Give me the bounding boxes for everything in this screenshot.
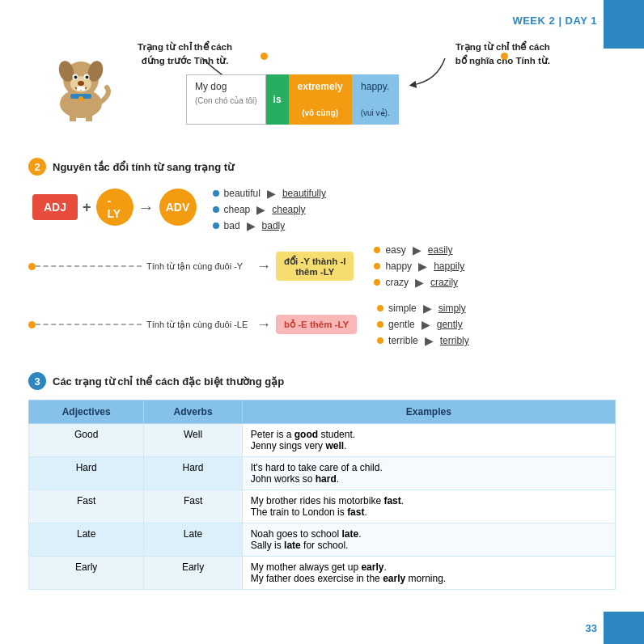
orange-dot-right: [501, 53, 508, 60]
dashed-line-le: [36, 324, 142, 325]
example-sentence: My dog (Con chó của tôi) is extremely (v…: [186, 74, 399, 125]
box-adv: ADV: [159, 189, 197, 226]
adj-early: Early: [29, 557, 144, 590]
dot-gentle: [377, 321, 383, 328]
svg-rect-11: [81, 87, 85, 91]
adj-fast: Fast: [29, 490, 144, 523]
word-extremely: extremely (vô cùng): [289, 74, 352, 125]
word-simple: simple ▶ simply: [377, 302, 469, 315]
plus-sign: +: [83, 199, 91, 216]
rule-y-label: Tính từ tận cùng đuôi -Y: [146, 261, 252, 272]
word-beautiful: beautiful ▶ beautifully: [213, 187, 326, 200]
dot-terrible: [377, 337, 383, 344]
section2-area: 2 Nguyên tắc đổi tính từ sang trạng từ A…: [28, 158, 616, 347]
svg-point-13: [78, 96, 83, 101]
note-left: Trạng từ chỉ thể cách đứng trước Tính từ…: [138, 40, 232, 69]
rule-y-connector: [28, 263, 142, 270]
ex-good: Peter is a good student.Jenny sings very…: [242, 424, 615, 457]
dot-bad: [213, 222, 219, 229]
word-cheap: cheap ▶ cheaply: [213, 203, 326, 216]
basic-word-list: beautiful ▶ beautifully cheap ▶ cheaply …: [213, 187, 326, 232]
ex-fast: My brother rides his motorbike fast.The …: [242, 490, 615, 523]
adv-hard: Hard: [144, 457, 242, 490]
orange-dot-left: [261, 53, 268, 60]
adv-fast: Fast: [144, 490, 242, 523]
section3-title: 3 Các trạng từ chỉ thể cách đặc biệt thư…: [28, 372, 616, 390]
adj-formula: ADJ + -LY → ADV: [32, 189, 197, 226]
rule-y-box: đổi -Y thành -I thêm -LY: [276, 252, 354, 281]
rule-le-arrow: →: [256, 316, 271, 333]
word-terrible: terrible ▶ terribly: [377, 334, 469, 347]
svg-point-9: [78, 81, 84, 86]
dot-easy: [374, 247, 380, 253]
dog-illustration: [49, 49, 113, 113]
ex-late: Noah goes to school late.Sally is late f…: [242, 523, 615, 557]
adj-late: Late: [29, 523, 144, 557]
box-adj: ADJ: [32, 194, 78, 220]
word-mydog: My dog (Con chó của tôi): [186, 74, 266, 125]
ex-hard: It's hard to take care of a child.John w…: [242, 457, 615, 490]
page-number: 33: [586, 622, 597, 634]
table-row: Late Late Noah goes to school late.Sally…: [29, 523, 616, 557]
dashed-line-y: [36, 265, 142, 267]
table-row: Good Well Peter is a good student.Jenny …: [29, 424, 616, 457]
word-list-y: easy ▶ easily happy ▶ happily crazy ▶: [374, 244, 464, 289]
rule-le-label: Tính từ tận cùng đuôi -LE: [146, 320, 252, 330]
corner-decoration-bottom: [604, 612, 644, 644]
col-examples: Examples: [242, 400, 615, 424]
word-bad: bad ▶ badly: [213, 219, 326, 232]
word-crazy: crazy ▶ crazily: [374, 276, 464, 289]
box-ly: -LY: [96, 189, 133, 226]
adj-hard: Hard: [29, 457, 144, 490]
rule-le-connector: [28, 321, 142, 328]
week-day-label: WEEK 2 | DAY 1: [512, 15, 597, 27]
col-adjectives: Adjectives: [29, 400, 144, 424]
svg-rect-15: [86, 113, 92, 121]
word-happy: happy. (vui vẻ).: [352, 74, 399, 125]
ex-early: My mother always get up early.My father …: [242, 557, 615, 590]
word-is: is: [266, 74, 289, 125]
page: WEEK 2 | DAY 1: [0, 0, 644, 644]
rule-le-row: Tính từ tận cùng đuôi -LE → bỏ -E thêm -…: [28, 302, 616, 347]
table-row: Fast Fast My brother rides his motorbike…: [29, 490, 616, 523]
adj-diagram-area: ADJ + -LY → ADV beautiful ▶ beautifully …: [32, 185, 616, 232]
col-adverbs: Adverbs: [144, 400, 242, 424]
dot-crazy: [374, 279, 380, 286]
table-row: Early Early My mother always get up earl…: [29, 557, 616, 590]
adverbs-table: Adjectives Adverbs Examples Good Well Pe…: [28, 400, 616, 590]
word-happy: happy ▶ happily: [374, 260, 464, 273]
adj-good: Good: [29, 424, 144, 457]
dot-rule-y: [28, 263, 36, 270]
adv-late: Late: [144, 523, 242, 557]
section3-label: Các trạng từ chỉ thể cách đặc biệt thườn…: [53, 375, 284, 388]
adv-early: Early: [144, 557, 242, 590]
dot-cheap: [213, 206, 219, 213]
section2-label: Nguyên tắc đổi tính từ sang trạng từ: [53, 161, 234, 173]
word-gentle: gentle ▶ gently: [377, 318, 469, 331]
dot-beautiful: [213, 190, 219, 197]
svg-rect-10: [77, 87, 81, 91]
rule-y-arrow: →: [256, 258, 271, 275]
section2-num: 2: [28, 158, 46, 176]
word-list-le: simple ▶ simply gentle ▶ gently terrible…: [377, 302, 469, 347]
word-easy: easy ▶ easily: [374, 244, 464, 256]
rule-y-row: Tính từ tận cùng đuôi -Y → đổi -Y thành …: [28, 244, 616, 289]
corner-decoration-top: [604, 0, 644, 49]
dot-simple: [377, 305, 383, 311]
svg-rect-14: [70, 113, 76, 121]
dot-rule-le: [28, 321, 36, 328]
dot-happy: [374, 263, 380, 269]
section3-num: 3: [28, 372, 46, 390]
section3-area: 3 Các trạng từ chỉ thể cách đặc biệt thư…: [28, 372, 616, 590]
table-row: Hard Hard It's hard to take care of a ch…: [29, 457, 616, 490]
svg-point-8: [86, 76, 89, 79]
svg-point-7: [74, 76, 78, 79]
rules-area: Tính từ tận cùng đuôi -Y → đổi -Y thành …: [28, 244, 616, 347]
adv-well: Well: [144, 424, 242, 457]
rule-le-box: bỏ -E thêm -LY: [276, 315, 357, 334]
formula-arrow: →: [138, 198, 155, 217]
section2-title: 2 Nguyên tắc đổi tính từ sang trạng từ: [28, 158, 616, 176]
